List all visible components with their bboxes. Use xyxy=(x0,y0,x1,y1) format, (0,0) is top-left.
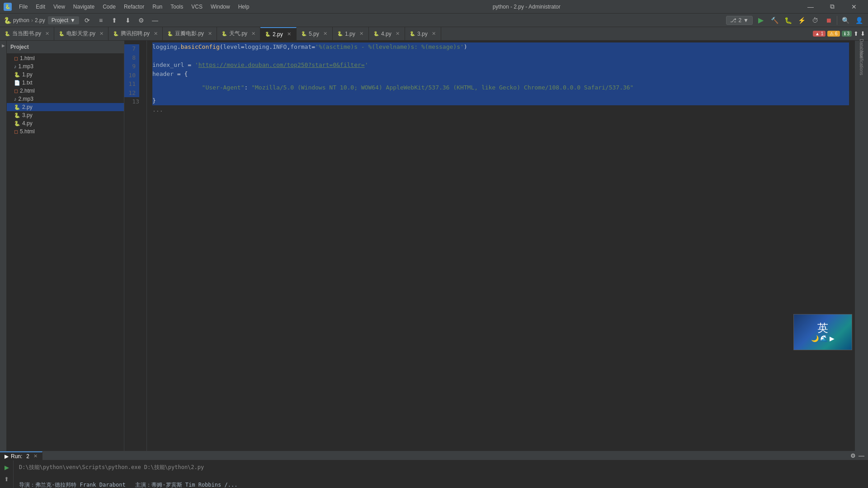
menu-window[interactable]: Window xyxy=(207,3,234,11)
tab-1py[interactable]: 🐍 1.py ✕ xyxy=(333,27,369,40)
run-body: ▶ ⬆ ⏹ ⬇ ⟳ ≡ 🔧 🗑 D:\技能\python\venv\Script… xyxy=(0,460,868,488)
minimize-button[interactable]: — xyxy=(800,0,821,14)
tab-label: 3.py xyxy=(417,31,428,37)
tab-4py[interactable]: 🐍 4.py ✕ xyxy=(369,27,405,40)
tab-douban[interactable]: 🐍 豆瓣电影.py ✕ xyxy=(163,27,217,40)
menu-help[interactable]: Help xyxy=(235,3,253,11)
file-icon: 🐍 xyxy=(14,113,20,118)
tab-dangdang[interactable]: 🐍 当当图书.py ✕ xyxy=(0,27,54,40)
tree-item-3py[interactable]: 🐍 3.py xyxy=(7,111,124,119)
run-tab-2[interactable]: ▶ Run: 2 ✕ xyxy=(0,451,42,460)
profile-icon[interactable]: ⏱ xyxy=(810,15,821,26)
titlebar: 🐍 File Edit View Navigate Code Refactor … xyxy=(0,0,868,14)
tab-close-icon[interactable]: ✕ xyxy=(99,31,104,37)
menu-run[interactable]: Run xyxy=(149,3,166,11)
project-panel-title: Project xyxy=(10,44,29,50)
main-toolbar: 🐍 python › 2.py Project ▼ ⟳ ≡ ⬆ ⬇ ⚙ — ⎇ … xyxy=(0,14,868,27)
run-play-icon[interactable]: ▶ xyxy=(2,462,12,472)
tree-item-5html[interactable]: ◻ 5.html xyxy=(7,127,124,136)
tab-close-icon[interactable]: ✕ xyxy=(359,31,363,37)
tab-tencent[interactable]: 🐍 腾讯招聘.py ✕ xyxy=(108,27,163,40)
tree-item-1mp3[interactable]: ♪ 1.mp3 xyxy=(7,62,124,70)
tab-5py[interactable]: 🐍 5.py ✕ xyxy=(297,27,333,40)
run-tab-close-icon[interactable]: ✕ xyxy=(33,453,38,459)
tree-item-4py[interactable]: 🐍 4.py xyxy=(7,119,124,127)
tab-weather[interactable]: 🐍 天气.py ✕ xyxy=(217,27,260,40)
app-icon: 🐍 xyxy=(4,3,12,11)
tree-item-1html[interactable]: ◻ 1.html xyxy=(7,54,124,62)
stop-icon[interactable]: ⏹ xyxy=(823,15,834,26)
tree-item-label: 5.html xyxy=(20,128,35,135)
scroll-up-icon[interactable]: ⬆ xyxy=(854,30,859,37)
run-green-icon[interactable]: ▶ xyxy=(755,15,766,26)
build-icon[interactable]: 🔨 xyxy=(769,15,780,26)
minimize-panel-icon[interactable]: — xyxy=(150,15,160,26)
file-icon: 📄 xyxy=(14,80,20,86)
tab-close-icon[interactable]: ✕ xyxy=(251,31,255,37)
code-line-8 xyxy=(152,52,849,61)
code-line-11: "User-Agent": "Mozilla/5.0 (Windows NT 1… xyxy=(152,79,849,96)
tab-close-icon[interactable]: ✕ xyxy=(396,31,400,37)
tab-close-icon[interactable]: ✕ xyxy=(154,31,158,37)
python-icon: 🐍 xyxy=(4,17,11,24)
menu-navigate[interactable]: Navigate xyxy=(70,3,98,11)
tree-item-1txt[interactable]: 📄 1.txt xyxy=(7,79,124,87)
tree-item-2py[interactable]: 🐍 2.py xyxy=(7,103,124,111)
tab-3py[interactable]: 🐍 3.py ✕ xyxy=(405,27,441,40)
menu-code[interactable]: Code xyxy=(99,3,119,11)
tab-close-icon[interactable]: ✕ xyxy=(323,31,327,37)
menu-edit[interactable]: Edit xyxy=(32,3,49,11)
run-settings-icon[interactable]: ⚙ xyxy=(850,452,856,459)
tab-label: 当当图书.py xyxy=(12,30,41,38)
tab-movie-heaven[interactable]: 🐍 电影天堂.py ✕ xyxy=(54,27,108,40)
up-icon[interactable]: ⬆ xyxy=(109,15,120,26)
sync-icon[interactable]: ⟳ xyxy=(82,15,93,26)
user-icon[interactable]: 👤 xyxy=(854,15,864,26)
tab-label: 天气.py xyxy=(229,30,247,38)
main-area: ▶ Project ◻ 1.html ♪ 1.mp3 🐍 1.py 📄 1.tx… xyxy=(0,41,868,451)
coverage-icon[interactable]: ⚡ xyxy=(796,15,807,26)
tab-label: 4.py xyxy=(381,31,392,37)
tab-close-icon[interactable]: ✕ xyxy=(432,31,436,37)
tree-item-2mp3[interactable]: ♪ 2.mp3 xyxy=(7,95,124,103)
run-stop-icon[interactable]: ⏹ xyxy=(2,486,12,488)
close-button[interactable]: ✕ xyxy=(844,0,864,14)
tab-close-icon[interactable]: ✕ xyxy=(208,31,212,37)
run-panel: ▶ Run: 2 ✕ ⚙ — ▶ ⬆ ⏹ ⬇ ⟳ ≡ 🔧 🗑 D:\技能\pyt… xyxy=(0,451,868,488)
file-icon: ◻ xyxy=(14,129,18,135)
tab-2py[interactable]: 🐍 2.py ✕ xyxy=(260,27,297,40)
menu-view[interactable]: View xyxy=(50,3,69,11)
menu-vcs[interactable]: VCS xyxy=(188,3,206,11)
branch-selector[interactable]: ⎇ 2 ▼ xyxy=(726,16,753,25)
notifications-icon[interactable]: Notifications xyxy=(856,57,868,69)
run-minimize-icon[interactable]: — xyxy=(859,452,864,459)
maximize-button[interactable]: ⧉ xyxy=(822,0,843,14)
tab-close-icon[interactable]: ✕ xyxy=(287,31,291,37)
scroll-down-icon[interactable]: ⬇ xyxy=(860,30,865,37)
down-icon[interactable]: ⬇ xyxy=(123,15,133,26)
run-output[interactable]: D:\技能\python\venv\Scripts\python.exe D:\… xyxy=(14,460,868,488)
tab-close-icon[interactable]: ✕ xyxy=(45,31,49,37)
menu-refactor[interactable]: Refactor xyxy=(120,3,148,11)
settings-icon[interactable]: ⚙ xyxy=(136,15,147,26)
tree-item-2html[interactable]: ◻ 2.html xyxy=(7,87,124,95)
tree-item-label: 1.mp3 xyxy=(19,63,33,70)
code-line-12: } xyxy=(152,96,849,105)
run-controls: ▶ ⬆ ⏹ ⬇ ⟳ ≡ 🔧 🗑 xyxy=(0,460,14,488)
menu-file[interactable]: File xyxy=(15,3,31,11)
file-icon: ◻ xyxy=(14,88,18,94)
project-button[interactable]: Project ▼ xyxy=(48,16,79,24)
debug-icon[interactable]: 🐛 xyxy=(783,15,793,26)
file-icon: 🐍 xyxy=(14,104,20,110)
tab-icon: 🐍 xyxy=(222,31,227,36)
run-up-icon[interactable]: ⬆ xyxy=(2,474,12,484)
tree-item-label: 2.py xyxy=(22,104,33,110)
separator-icon: › xyxy=(31,17,33,23)
collapse-icon[interactable]: ≡ xyxy=(95,15,106,26)
code-content[interactable]: logging.basicConfig(level=logging.INFO,f… xyxy=(147,41,854,451)
search-toolbar-icon[interactable]: 🔍 xyxy=(840,15,851,26)
window-title: python - 2.py - Administrator xyxy=(256,4,797,10)
menu-tools[interactable]: Tools xyxy=(167,3,187,11)
tree-item-1py[interactable]: 🐍 1.py xyxy=(7,70,124,79)
file-tabs: 🐍 当当图书.py ✕ 🐍 电影天堂.py ✕ 🐍 腾讯招聘.py ✕ 🐍 豆瓣… xyxy=(0,27,868,41)
